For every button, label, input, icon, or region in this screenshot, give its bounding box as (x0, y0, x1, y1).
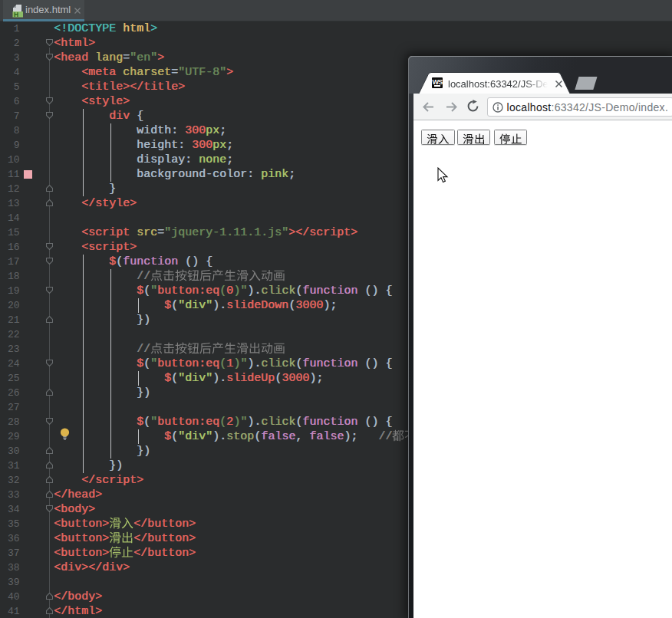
svg-text:H: H (14, 11, 18, 18)
